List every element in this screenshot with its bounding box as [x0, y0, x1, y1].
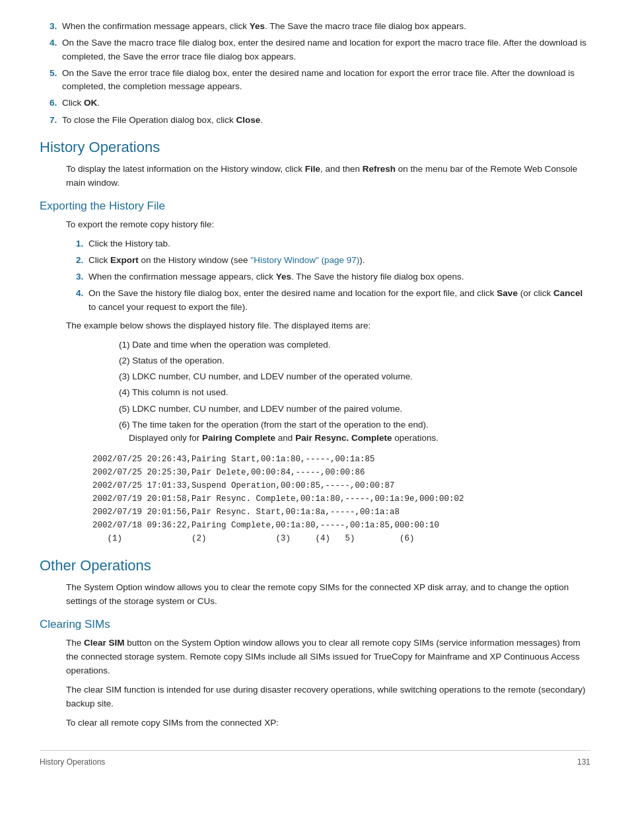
example-intro: The example below shows the displayed hi…: [66, 319, 590, 333]
history-operations-desc: To display the latest information on the…: [66, 163, 590, 190]
yes-bold: Yes: [276, 272, 291, 282]
other-operations-heading: Other Operations: [40, 557, 590, 574]
exporting-content: To export the remote copy history file: …: [66, 218, 590, 546]
footer-right: 131: [577, 757, 590, 767]
footer: History Operations 131: [40, 750, 590, 767]
step-7: To close the File Operation dialog box, …: [59, 114, 590, 127]
top-steps-list: When the confirmation message appears, c…: [59, 20, 590, 127]
history-item-3: (3) LDKC number, CU number, and LDEV num…: [119, 370, 590, 383]
history-item-5: (5) LDKC number, CU number, and LDEV num…: [119, 402, 590, 416]
clearing-sims-para2: The clear SIM function is intended for u…: [66, 683, 590, 711]
file-bold: File: [305, 164, 320, 174]
clearing-sims-content: The Clear SIM button on the System Optio…: [66, 636, 590, 730]
history-item-1: (1) Date and time when the operation was…: [119, 338, 590, 352]
refresh-bold: Refresh: [363, 164, 396, 174]
footer-left: History Operations: [40, 757, 105, 767]
clearing-sims-para3: To clear all remote copy SIMs from the c…: [66, 716, 590, 730]
step-6-bold: OK: [84, 98, 97, 108]
pairing-complete-bold: Pairing Complete: [202, 433, 275, 443]
history-item-4: (4) This column is not used.: [119, 386, 590, 399]
history-item-6: (6) The time taken for the operation (fr…: [119, 418, 590, 445]
exporting-steps: Click the History tab. Click Export on t…: [86, 237, 590, 314]
clearing-sims-para1: The Clear SIM button on the System Optio…: [66, 636, 590, 678]
save-bold: Save: [497, 288, 518, 298]
cancel-bold: Cancel: [553, 288, 582, 298]
clearing-sims-heading: Clearing SIMs: [40, 618, 590, 631]
other-operations-desc: The System Option window allows you to c…: [66, 581, 590, 609]
history-items-list: (1) Date and time when the operation was…: [119, 338, 590, 445]
other-operations-content: The System Option window allows you to c…: [66, 581, 590, 609]
export-step-4: On the Save the history file dialog box,…: [86, 287, 590, 314]
code-example: 2002/07/25 20:26:43,Pairing Start,00:1a:…: [92, 453, 590, 545]
export-step-2: Click Export on the History window (see …: [86, 254, 590, 267]
history-operations-heading: History Operations: [40, 139, 590, 156]
history-operations-content: To display the latest information on the…: [66, 163, 590, 190]
pair-resync-bold: Pair Resync. Complete: [295, 433, 392, 443]
step-4: On the Save the macro trace file dialog …: [59, 36, 590, 63]
step-6: Click OK.: [59, 96, 590, 110]
export-step-3: When the confirmation message appears, c…: [86, 270, 590, 284]
history-window-link[interactable]: "History Window" (page 97): [250, 255, 359, 265]
step-5: On the Save the error trace file dialog …: [59, 67, 590, 94]
exporting-intro: To export the remote copy history file:: [66, 218, 590, 232]
step-3-bold: Yes: [250, 21, 265, 31]
clear-sim-bold: Clear SIM: [84, 638, 125, 648]
export-bold: Export: [110, 255, 139, 265]
export-step-1: Click the History tab.: [86, 237, 590, 250]
step-7-bold: Close: [236, 115, 260, 125]
exporting-heading: Exporting the History File: [40, 200, 590, 213]
history-item-2: (2) Status of the operation.: [119, 354, 590, 367]
step-3: When the confirmation message appears, c…: [59, 20, 590, 33]
